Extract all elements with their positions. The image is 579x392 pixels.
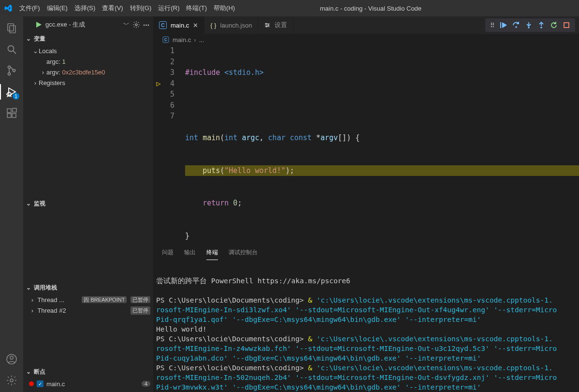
debug-config-name[interactable]: gcc.exe - 生成	[45, 20, 120, 29]
svg-point-31	[540, 27, 542, 29]
terminal-body[interactable]: 尝试新的跨平台 PowerShell https://aka.ms/pscore…	[153, 262, 579, 392]
panel-tab-output[interactable]: 输出	[184, 248, 196, 260]
svg-point-24	[266, 26, 267, 27]
breakpoints-body: ✓ main.c 4	[23, 377, 153, 392]
var-argv[interactable]: › argv: 0x2c3bdfe15e0	[23, 67, 153, 77]
step-into-icon[interactable]	[525, 21, 533, 29]
chevron-down-icon: ⌄	[25, 284, 32, 291]
scope-registers-title: Registers	[39, 79, 65, 87]
section-watch[interactable]: ⌄ 监视	[23, 198, 153, 209]
menu-view[interactable]: 查看(V)	[102, 4, 123, 13]
menu-edit[interactable]: 编辑(E)	[47, 4, 68, 13]
editor-column: C main.c ✕ { } launch.json 设置 ⠿	[153, 16, 579, 392]
source-control-icon[interactable]	[5, 64, 18, 77]
svg-rect-15	[12, 114, 16, 117]
continue-icon[interactable]	[500, 21, 507, 29]
panel-tabs: 问题 输出 终端 调试控制台	[153, 246, 579, 262]
settings-gear-icon[interactable]	[5, 374, 18, 387]
section-breakpoints[interactable]: ⌄ 断点	[23, 366, 153, 377]
line-numbers: 1 2 3 4 5 6 7	[164, 45, 182, 246]
debug-action-bar: ⠿	[485, 18, 575, 32]
thread-2-status: 已暂停	[130, 306, 150, 315]
variables-body: ⌄ Locals argc: 1 › argv: 0x2c3bdfe15e0 ›…	[23, 44, 153, 91]
menu-term[interactable]: 终端(T)	[186, 4, 207, 13]
section-watch-title: 监视	[34, 200, 45, 208]
chevron-right-icon: ›	[32, 79, 39, 87]
callstack-body: › Thread ... 因 BREAKPOINT 已暂停 › Thread #…	[23, 293, 153, 366]
drag-grip-icon[interactable]: ⠿	[490, 22, 495, 29]
more-actions-icon[interactable]: ⋯	[143, 21, 149, 29]
close-icon[interactable]: ✕	[193, 22, 198, 29]
restart-icon[interactable]	[550, 21, 558, 29]
start-debug-icon[interactable]	[35, 21, 43, 29]
breadcrumb-file: main.c	[173, 36, 191, 44]
scope-locals[interactable]: ⌄ Locals	[23, 45, 153, 56]
menu-run[interactable]: 运行(R)	[158, 4, 179, 13]
section-variables[interactable]: ⌄ 变量	[23, 33, 153, 44]
section-callstack-title: 调用堆栈	[34, 284, 57, 292]
debug-toolbar: gcc.exe - 生成 ﹀ ⋯	[23, 16, 153, 33]
editor-tabbar: C main.c ✕ { } launch.json 设置 ⠿	[153, 16, 579, 34]
menu-file[interactable]: 文件(F)	[19, 4, 40, 13]
panel-tab-terminal[interactable]: 终端	[206, 248, 218, 260]
section-breakpoints-title: 断点	[34, 368, 45, 376]
svg-point-23	[268, 25, 269, 26]
svg-point-21	[135, 24, 137, 26]
svg-line-12	[11, 96, 12, 97]
window-title: main.c - coding - Visual Studio Code	[235, 5, 579, 12]
svg-point-4	[8, 66, 11, 69]
svg-rect-25	[500, 22, 501, 28]
breadcrumb-rest: ...	[199, 36, 204, 44]
tab-main-c[interactable]: C main.c ✕	[153, 16, 204, 34]
thread-2[interactable]: › Thread #2 已暂停	[23, 305, 153, 316]
code-lines[interactable]: #include <stdio.h> int main(int argc, ch…	[182, 45, 579, 246]
chevron-right-icon: ›	[29, 296, 36, 304]
svg-point-6	[13, 70, 15, 72]
run-debug-icon[interactable]: 1	[5, 85, 18, 99]
tab-settings-label: 设置	[275, 21, 287, 29]
menu-select[interactable]: 选择(S)	[74, 4, 95, 13]
var-argc-name: argc:	[46, 58, 60, 65]
svg-marker-20	[36, 22, 42, 28]
config-gear-icon[interactable]	[132, 21, 140, 29]
breakpoint-file: main.c	[46, 380, 65, 388]
menu-help[interactable]: 帮助(H)	[214, 4, 235, 13]
current-line-arrow-icon: ▷	[156, 79, 160, 88]
stop-icon[interactable]	[563, 21, 570, 29]
bottom-panel: 问题 输出 终端 调试控制台 尝试新的跨平台 PowerShell https:…	[153, 246, 579, 392]
json-file-icon: { }	[210, 22, 216, 29]
step-over-icon[interactable]	[512, 21, 520, 29]
chevron-down-icon: ⌄	[25, 200, 32, 207]
chevron-down-icon: ⌄	[25, 368, 32, 375]
panel-tab-debugconsole[interactable]: 调试控制台	[229, 248, 258, 260]
extensions-icon[interactable]	[5, 106, 18, 120]
breadcrumb[interactable]: C main.c › ...	[153, 34, 579, 45]
scope-registers[interactable]: › Registers	[23, 77, 153, 88]
step-out-icon[interactable]	[537, 21, 545, 29]
breakpoint-gutter[interactable]: ▷	[153, 45, 164, 246]
svg-point-29	[528, 27, 530, 29]
thread-1-status: 已暂停	[130, 296, 150, 303]
breakpoint-checkbox[interactable]: ✓	[37, 380, 43, 387]
section-callstack[interactable]: ⌄ 调用堆栈	[23, 282, 153, 293]
svg-line-3	[13, 51, 16, 54]
breakpoint-main-c[interactable]: ✓ main.c 4	[23, 378, 153, 389]
vscode-logo-icon	[4, 4, 13, 13]
tab-main-c-label: main.c	[171, 22, 189, 29]
explorer-icon[interactable]	[5, 21, 18, 35]
c-file-icon: C	[163, 37, 169, 43]
search-icon[interactable]	[5, 43, 18, 56]
var-argc-value: 1	[62, 58, 66, 65]
thread-1[interactable]: › Thread ... 因 BREAKPOINT 已暂停	[23, 294, 153, 305]
var-argc[interactable]: argc: 1	[23, 56, 153, 67]
chevron-down-icon: ⌄	[32, 47, 39, 55]
activitybar: 1	[0, 16, 23, 392]
tab-settings[interactable]: 设置	[258, 16, 293, 34]
tab-launch-json[interactable]: { } launch.json	[204, 16, 258, 34]
watch-body	[23, 209, 153, 282]
panel-tab-problems[interactable]: 问题	[162, 248, 174, 260]
account-icon[interactable]	[5, 352, 18, 366]
menu-goto[interactable]: 转到(G)	[130, 4, 152, 13]
code-editor[interactable]: ▷ 1 2 3 4 5 6 7 #include <stdio.h> int m…	[153, 45, 579, 246]
chevron-down-icon[interactable]: ﹀	[123, 20, 130, 29]
